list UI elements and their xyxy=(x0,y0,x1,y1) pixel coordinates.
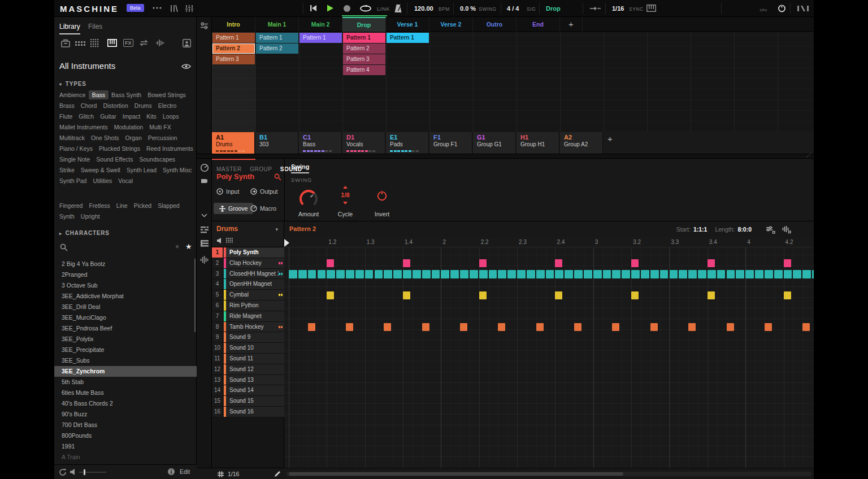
group-cell[interactable]: A1Drums xyxy=(212,132,255,154)
sound-name[interactable]: Poly Synth xyxy=(229,247,279,258)
list-item[interactable]: 3EE_Drill Deal xyxy=(54,302,197,312)
type-tag[interactable]: Brass xyxy=(59,102,75,109)
mute-speaker-icon[interactable] xyxy=(216,237,223,244)
type-tag[interactable]: Kits xyxy=(146,113,157,120)
dual-view-icon[interactable] xyxy=(782,225,791,234)
info-icon[interactable] xyxy=(167,468,175,476)
length-value[interactable]: 8:0:0 xyxy=(737,226,752,233)
plugin-icon[interactable] xyxy=(200,177,209,185)
type-tag[interactable]: Guitar xyxy=(100,113,116,120)
types-section-header[interactable]: ▾TYPES xyxy=(59,81,86,87)
step-note[interactable] xyxy=(603,270,611,278)
audio-engine-power-icon[interactable] xyxy=(778,4,786,12)
type-tag[interactable]: Plucked Strings xyxy=(99,145,140,152)
cycle-down-arrow[interactable] xyxy=(343,202,348,204)
step-note[interactable] xyxy=(802,270,811,278)
sound-name[interactable]: Sound 13 xyxy=(229,375,279,386)
step-note[interactable] xyxy=(765,323,772,331)
group-cell[interactable]: D1Vocals xyxy=(342,132,385,154)
resize-handle[interactable]: ⋰ xyxy=(806,152,811,158)
browser-content-title[interactable]: All Instruments xyxy=(59,61,115,71)
current-section-label[interactable]: Drop xyxy=(546,5,561,12)
step-note[interactable] xyxy=(346,323,353,331)
sound-number[interactable]: 7 xyxy=(212,311,223,321)
step-note[interactable] xyxy=(308,323,315,331)
step-note[interactable] xyxy=(517,270,526,278)
type-tag[interactable]: Piano / Keys xyxy=(59,145,93,152)
loops-filter-icon[interactable] xyxy=(139,39,149,47)
scene-tab[interactable]: Main 2 xyxy=(299,17,342,32)
type-tag[interactable]: Vocal xyxy=(118,177,133,184)
step-note[interactable] xyxy=(555,291,562,299)
subtype-tag[interactable]: Picked xyxy=(134,202,152,209)
oneshots-filter-icon[interactable] xyxy=(155,39,164,47)
record-button[interactable] xyxy=(344,5,350,12)
list-item[interactable]: 700 Dirt Bass xyxy=(54,420,197,430)
sound-name[interactable]: ClosedHH Magnet 1 xyxy=(229,269,279,280)
step-note[interactable] xyxy=(432,270,440,278)
sound-name[interactable]: OpenHH Magnet xyxy=(229,279,279,290)
edit-button[interactable]: Edit xyxy=(180,468,190,475)
sound-name[interactable]: Tamb Hockey xyxy=(229,322,279,333)
scrollbar-thumb[interactable] xyxy=(289,472,623,476)
list-item[interactable]: 3EE_Pndrosa Beef xyxy=(54,323,197,334)
subtype-tag[interactable]: Fingered xyxy=(59,202,83,209)
list-item[interactable]: 3EE_Subs xyxy=(54,355,197,366)
step-note[interactable] xyxy=(422,270,431,278)
step-note[interactable] xyxy=(403,270,411,278)
editor-group-name[interactable]: Drums xyxy=(216,225,238,233)
browser-toggle-icon[interactable] xyxy=(170,5,179,12)
scene-tab[interactable]: Verse 2 xyxy=(429,17,473,32)
step-note[interactable] xyxy=(612,323,619,331)
sound-row[interactable]: 13Sound 13 xyxy=(212,375,284,386)
sound-name[interactable]: Sound 14 xyxy=(229,385,279,396)
step-note[interactable] xyxy=(479,270,488,278)
step-note[interactable] xyxy=(622,270,630,278)
step-note[interactable] xyxy=(755,270,763,278)
sound-name[interactable]: Sound 9 xyxy=(229,332,279,343)
step-note[interactable] xyxy=(355,270,364,278)
list-item[interactable]: 1991 xyxy=(54,441,197,452)
clear-search-icon[interactable]: × xyxy=(175,243,179,251)
browser-scrollbar[interactable] xyxy=(194,259,196,332)
step-note[interactable] xyxy=(365,270,374,278)
type-tag[interactable]: Synth Misc xyxy=(163,167,192,173)
pattern-cell[interactable]: Pattern 3 xyxy=(343,54,385,64)
beat-ruler[interactable]: 1.21.31.422.22.32.433.23.33.444.2 xyxy=(284,237,814,247)
sound-name[interactable]: Clap Hockey xyxy=(229,258,279,269)
pattern-cell[interactable]: Pattern 4 xyxy=(343,65,385,75)
step-note[interactable] xyxy=(631,291,639,299)
favorites-star-icon[interactable]: ★ xyxy=(185,242,192,251)
sound-name[interactable]: Sound 10 xyxy=(229,343,279,354)
step-note[interactable] xyxy=(470,270,478,278)
loop-icon[interactable] xyxy=(359,5,372,12)
step-note[interactable] xyxy=(422,323,429,331)
sound-number[interactable]: 14 xyxy=(212,385,223,395)
step-note[interactable] xyxy=(708,291,715,299)
group-cell[interactable]: H1Group H1 xyxy=(517,132,559,154)
subtype-tag[interactable]: Fretless xyxy=(89,202,110,209)
keyboard-mode-icon[interactable] xyxy=(646,5,656,12)
step-note[interactable] xyxy=(413,270,421,278)
add-scene-button[interactable]: + xyxy=(560,17,583,32)
step-note[interactable] xyxy=(650,323,658,331)
list-item[interactable]: 2Pranged xyxy=(54,269,197,280)
type-tag[interactable]: Synth Pad xyxy=(59,177,86,184)
scene-tab[interactable]: Outro xyxy=(473,17,517,32)
group-cell[interactable]: E1Pads xyxy=(386,132,429,154)
step-note[interactable] xyxy=(631,259,639,267)
step-note[interactable] xyxy=(727,270,735,278)
instruments-filter-icon[interactable] xyxy=(107,39,117,47)
autoload-icon[interactable] xyxy=(59,468,67,476)
step-note[interactable] xyxy=(403,259,410,267)
input-button[interactable]: Input xyxy=(216,188,239,195)
type-tag[interactable]: Soundscapes xyxy=(139,156,175,163)
step-note[interactable] xyxy=(688,270,697,278)
tab-library[interactable]: Library xyxy=(59,23,80,34)
subtype-tag[interactable]: Slapped xyxy=(158,202,180,209)
time-signature-value[interactable]: 4 / 4 xyxy=(507,5,519,12)
link-button[interactable]: LINK xyxy=(377,6,390,12)
type-tag[interactable]: Bass Synth xyxy=(111,92,141,98)
step-note[interactable] xyxy=(384,270,392,278)
step-note[interactable] xyxy=(612,270,620,278)
